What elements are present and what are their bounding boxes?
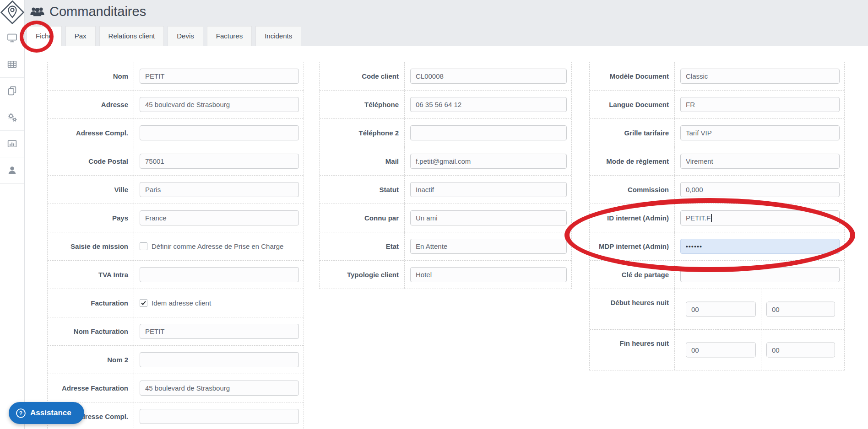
form-row: Etat	[320, 232, 571, 261]
input-nom-2[interactable]	[140, 352, 299, 367]
field-label-typologie-client: Typologie client	[320, 261, 405, 289]
input-adresse-compl[interactable]	[140, 409, 299, 424]
input-telephone[interactable]	[410, 97, 567, 112]
field-label-fin-heures-nuit: Fin heures nuit	[590, 330, 675, 370]
input-connu-par[interactable]	[410, 210, 567, 225]
input-cle-de-partage[interactable]	[680, 267, 840, 282]
field-label-telephone: Téléphone	[320, 91, 405, 118]
input-fin-heures-nuit-2[interactable]	[766, 343, 835, 358]
field-label-cle-de-partage: Clé de partage	[590, 261, 675, 289]
svg-text:?: ?	[19, 410, 22, 416]
page-header: Commanditaires	[30, 4, 146, 19]
field-cell	[134, 91, 304, 118]
input-nom[interactable]	[140, 69, 299, 84]
field-cell	[134, 62, 304, 90]
input-ville[interactable]	[140, 182, 299, 197]
app-logo-map-pin-icon[interactable]	[0, 0, 24, 25]
input-typologie-client[interactable]	[410, 267, 567, 282]
table-icon	[6, 59, 18, 70]
form-row: Ville	[48, 176, 304, 204]
input-statut[interactable]	[410, 182, 567, 197]
field-label-mdp-internet-admin: MDP internet (Admin)	[590, 232, 675, 260]
form-row: Grille tarifaire	[590, 119, 844, 147]
field-label-saisie-de-mission: Saisie de mission	[48, 232, 134, 260]
form-row: Téléphone	[320, 91, 571, 119]
form-row: Statut	[320, 176, 571, 204]
sidebar-item-monitor[interactable]	[0, 25, 24, 51]
users-icon	[30, 6, 44, 17]
form-row: Langue Document	[590, 91, 844, 119]
assistance-button[interactable]: ? Assistance	[9, 402, 84, 424]
input-mdp-internet-admin[interactable]	[680, 239, 840, 254]
bar-chart-icon	[6, 138, 18, 150]
field-label-tva-intra: TVA Intra	[48, 261, 134, 289]
field-label-grille-tarifaire: Grille tarifaire	[590, 119, 675, 147]
form-row: Nom Facturation	[48, 317, 304, 346]
input-adresse[interactable]	[140, 97, 299, 112]
form-row: Mode de règlement	[590, 147, 844, 176]
input-telephone-2[interactable]	[410, 125, 567, 140]
question-circle-icon: ?	[16, 408, 26, 418]
sidebar-item-table[interactable]	[0, 51, 24, 78]
field-label-adresse-facturation: Adresse Facturation	[48, 374, 134, 402]
input-commission[interactable]	[680, 182, 840, 197]
field-cell	[405, 91, 571, 118]
form-row: FacturationIdem adresse client	[48, 289, 304, 317]
field-cell: PETIT.F	[675, 204, 844, 232]
input-code-client[interactable]	[410, 69, 567, 84]
field-label-nom-2: Nom 2	[48, 346, 134, 374]
field-label-connu-par: Connu par	[320, 204, 405, 232]
copy-icon	[6, 85, 18, 97]
field-cell	[134, 147, 304, 175]
sidebar-item-user[interactable]	[0, 157, 24, 184]
field-label-telephone-2: Téléphone 2	[320, 119, 405, 147]
field-cell	[405, 62, 571, 90]
input-mode-de-reglement[interactable]	[680, 154, 840, 169]
form-row: Code client	[320, 62, 571, 91]
input-mail[interactable]	[410, 154, 567, 169]
gears-icon	[6, 112, 18, 123]
checkbox-saisie-de-mission[interactable]	[140, 242, 147, 250]
input-tva-intra[interactable]	[140, 267, 299, 282]
field-cell	[675, 119, 844, 147]
sidebar-item-bar-chart[interactable]	[0, 131, 24, 157]
field-label-code-postal: Code Postal	[48, 147, 134, 175]
tab-incidents[interactable]: Incidents	[255, 26, 301, 46]
input-etat[interactable]	[410, 239, 567, 254]
input-modele-document[interactable]	[680, 69, 840, 84]
checkbox-facturation[interactable]	[140, 299, 147, 307]
field-label-modele-document: Modèle Document	[590, 62, 675, 90]
input-debut-heures-nuit-2[interactable]	[766, 302, 835, 317]
input-id-internet-admin[interactable]: PETIT.F	[680, 210, 840, 225]
field-cell: Idem adresse client	[134, 289, 304, 317]
field-cell	[134, 402, 304, 429]
input-fin-heures-nuit-1[interactable]	[686, 343, 756, 358]
field-cell	[675, 289, 844, 329]
tab-fiche[interactable]: Fiche	[27, 26, 62, 46]
form-row: Clé de partage	[590, 261, 844, 289]
input-langue-document[interactable]	[680, 97, 840, 112]
sidebar-item-copy[interactable]	[0, 78, 24, 104]
tab-bar: FichePaxRelations clientDevisFacturesInc…	[27, 26, 301, 46]
field-label-nom: Nom	[48, 62, 134, 90]
tab-relations-client[interactable]: Relations client	[99, 26, 164, 46]
input-adresse-facturation[interactable]	[140, 381, 299, 396]
input-adresse-compl[interactable]	[140, 125, 299, 140]
field-label-etat: Etat	[320, 232, 405, 260]
input-grille-tarifaire[interactable]	[680, 125, 840, 140]
field-cell	[405, 119, 571, 147]
sidebar	[0, 0, 25, 429]
input-code-postal[interactable]	[140, 154, 299, 169]
input-pays[interactable]	[140, 210, 299, 225]
field-cell	[405, 261, 571, 289]
form-row: Adresse Facturation	[48, 374, 304, 402]
input-nom-facturation[interactable]	[140, 324, 299, 339]
field-cell	[675, 330, 844, 370]
input-debut-heures-nuit-1[interactable]	[686, 302, 756, 317]
tab-factures[interactable]: Factures	[207, 26, 252, 46]
form-row: Adresse Compl.	[48, 119, 304, 147]
tab-devis[interactable]: Devis	[168, 26, 203, 46]
sidebar-item-gears[interactable]	[0, 104, 24, 131]
tab-pax[interactable]: Pax	[65, 26, 96, 46]
field-cell	[134, 374, 304, 402]
